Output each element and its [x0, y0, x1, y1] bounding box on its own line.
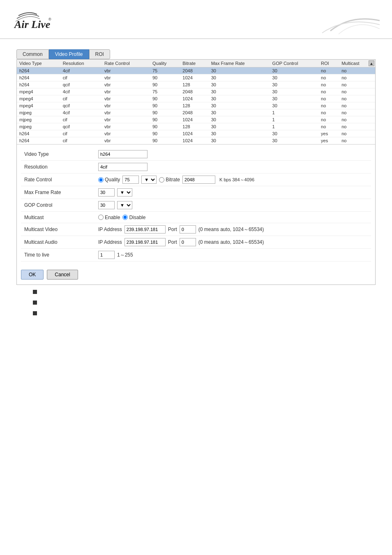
- tabs-container: Common Video Profile ROI: [16, 49, 376, 59]
- table-cell: 75: [150, 88, 180, 95]
- header: Air Live ®: [0, 0, 392, 39]
- gop-control-input[interactable]: [98, 201, 115, 209]
- time-to-live-range: 1～255: [117, 252, 133, 259]
- multicast-enable-radio[interactable]: [98, 215, 104, 220]
- quality-radio-label[interactable]: Quality: [98, 177, 120, 183]
- table-cell: mpeg4: [17, 88, 60, 95]
- video-type-input[interactable]: [98, 150, 148, 158]
- table-cell: cif: [60, 95, 102, 102]
- tab-common[interactable]: Common: [16, 49, 49, 59]
- table-row[interactable]: h264qcifvbr901283030nono: [17, 81, 375, 88]
- table-cell: 90: [150, 137, 180, 144]
- multicast-audio-label: Multicast Audio: [24, 239, 98, 245]
- table-row[interactable]: h2644cifvbr7520483030nono: [17, 67, 375, 74]
- max-frame-rate-value: ▼: [98, 188, 368, 197]
- table-cell: yes: [318, 130, 339, 137]
- table-cell: no: [318, 88, 339, 95]
- logo-area: Air Live ®: [12, 6, 70, 32]
- multicast-enable-label[interactable]: Enable: [98, 215, 120, 220]
- quality-input[interactable]: [122, 176, 139, 184]
- table-cell: 30: [209, 109, 270, 116]
- table-row[interactable]: mpeg4qcifvbr901283030nono: [17, 102, 375, 109]
- svg-text:Air Live: Air Live: [14, 18, 50, 30]
- table-cell: 90: [150, 130, 180, 137]
- quality-radio-text: Quality: [105, 177, 120, 183]
- table-cell: h264: [17, 67, 60, 74]
- multicast-disable-label[interactable]: Disable: [122, 215, 145, 220]
- multicast-video-label: Multicast Video: [24, 227, 98, 232]
- multicast-audio-ip-input[interactable]: [125, 238, 166, 246]
- table-row[interactable]: mjpeg4cifvbr902048301nono: [17, 109, 375, 116]
- table-cell: 30: [270, 102, 319, 109]
- quality-radio[interactable]: [98, 177, 104, 183]
- tab-roi[interactable]: ROI: [89, 49, 110, 59]
- table-cell: 2048: [180, 88, 208, 95]
- multicast-audio-port-input[interactable]: [180, 238, 196, 246]
- table-cell: no: [318, 95, 339, 102]
- bullet-item-2: [33, 300, 359, 305]
- table-body: h2644cifvbr7520483030nonoh264cifvbr90102…: [17, 67, 375, 144]
- quality-select[interactable]: ▼: [141, 176, 157, 184]
- table-cell: 2048: [180, 67, 208, 74]
- decorative-svg: [297, 6, 380, 35]
- time-to-live-input[interactable]: [98, 251, 115, 259]
- form-row-max-frame-rate: Max Frame Rate ▼: [21, 186, 371, 199]
- table-cell: h264: [17, 137, 60, 144]
- form-row-multicast-audio: Multicast Audio IP Address Port (0 means…: [21, 236, 371, 249]
- resolution-input[interactable]: [98, 163, 148, 171]
- table-cell: vbr: [102, 81, 150, 88]
- table-cell: no: [318, 116, 339, 123]
- tab-video-profile[interactable]: Video Profile: [49, 49, 89, 59]
- table-cell: 4cif: [60, 88, 102, 95]
- col-bitrate: Bitrate: [180, 60, 208, 67]
- table-cell: 90: [150, 102, 180, 109]
- bitrate-radio-label[interactable]: Bitrate: [159, 177, 180, 183]
- table-row[interactable]: mjpegqcifvbr90128301nono: [17, 123, 375, 130]
- table-cell: mjpeg: [17, 109, 60, 116]
- multicast-video-value: IP Address Port (0 means auto, 1024～6553…: [98, 225, 368, 234]
- form-row-resolution: Resolution: [21, 161, 371, 173]
- table-row[interactable]: h264cifvbr9010243030yesno: [17, 137, 375, 144]
- ok-button[interactable]: OK: [21, 270, 44, 280]
- bitrate-input[interactable]: [182, 176, 215, 184]
- resolution-label: Resolution: [24, 164, 98, 170]
- table-cell: no: [318, 102, 339, 109]
- table-cell: 2048: [180, 109, 208, 116]
- gop-control-select[interactable]: ▼: [117, 201, 132, 209]
- col-quality: Quality: [150, 60, 180, 67]
- table-row[interactable]: mpeg4cifvbr9010243030nono: [17, 95, 375, 102]
- table-cell: mpeg4: [17, 102, 60, 109]
- table-row[interactable]: mpeg44cifvbr7520483030nono: [17, 88, 375, 95]
- max-frame-rate-select[interactable]: ▼: [117, 188, 132, 197]
- multicast-video-ip-input[interactable]: [125, 225, 166, 234]
- table-cell: vbr: [102, 88, 150, 95]
- multicast-audio-port-label: Port: [168, 239, 177, 245]
- table-cell: mjpeg: [17, 116, 60, 123]
- table-cell: vbr: [102, 74, 150, 81]
- time-to-live-label: Time to live: [24, 252, 98, 258]
- cancel-button[interactable]: Cancel: [47, 270, 78, 280]
- table-cell: h264: [17, 130, 60, 137]
- bullet-square-2: [33, 301, 37, 305]
- table-row[interactable]: h264cifvbr9010243030nono: [17, 74, 375, 81]
- max-frame-rate-input[interactable]: [98, 188, 115, 197]
- multicast-disable-radio[interactable]: [122, 215, 128, 220]
- table-cell: vbr: [102, 67, 150, 74]
- table-row[interactable]: h264cifvbr9010243030yesno: [17, 130, 375, 137]
- gop-control-label: GOP Control: [24, 202, 98, 208]
- multicast-audio-value: IP Address Port (0 means auto, 1024～6553…: [98, 238, 368, 246]
- multicast-video-port-label: Port: [168, 227, 177, 232]
- time-to-live-value: 1～255: [98, 251, 368, 259]
- table-cell: 30: [209, 116, 270, 123]
- max-frame-rate-label: Max Frame Rate: [24, 190, 98, 195]
- multicast-video-port-input[interactable]: [180, 225, 196, 234]
- bitrate-radio[interactable]: [159, 177, 164, 183]
- scroll-up-indicator[interactable]: ▲: [369, 60, 374, 66]
- rate-control-label: Rate Control: [24, 177, 98, 183]
- table-cell: 90: [150, 116, 180, 123]
- table-cell: 90: [150, 123, 180, 130]
- table-row[interactable]: mjpegcifvbr901024301nono: [17, 116, 375, 123]
- form-row-multicast: Multicast Enable Disable: [21, 212, 371, 223]
- table-cell: cif: [60, 116, 102, 123]
- table-cell: 1024: [180, 74, 208, 81]
